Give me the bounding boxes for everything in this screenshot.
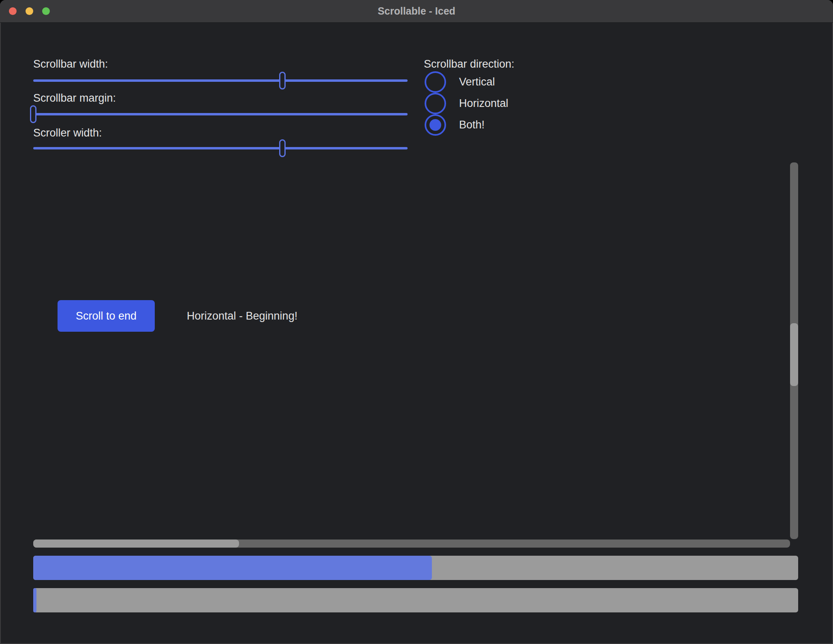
- window-title: Scrollable - Iced: [0, 0, 833, 22]
- radio-vertical[interactable]: Vertical: [425, 71, 495, 93]
- radio-vertical-label: Vertical: [459, 76, 495, 88]
- titlebar: Scrollable - Iced: [0, 0, 833, 23]
- horizontal-progress-bar: [33, 556, 798, 580]
- radio-circle-icon[interactable]: [425, 114, 446, 136]
- slider-rail[interactable]: [33, 113, 408, 115]
- vertical-scrollbar-track[interactable]: [790, 162, 798, 539]
- radio-circle-icon[interactable]: [425, 93, 446, 114]
- scroller-width-slider[interactable]: [33, 139, 408, 157]
- radio-both[interactable]: Both!: [425, 114, 485, 136]
- progress-fill: [33, 556, 432, 580]
- app-window: Scrollable - Iced Scrollbar width: Scrol…: [0, 0, 833, 644]
- slider-handle[interactable]: [30, 105, 36, 123]
- radio-horizontal[interactable]: Horizontal: [425, 93, 508, 114]
- scrollbar-margin-label: Scrollbar margin:: [33, 91, 116, 105]
- scroller-width-label: Scroller width:: [33, 126, 102, 140]
- slider-handle[interactable]: [279, 139, 286, 157]
- scrollbar-margin-slider[interactable]: [33, 105, 408, 123]
- progress-fill: [33, 588, 36, 612]
- scroll-status-text: Horizontal - Beginning!: [187, 301, 297, 331]
- radio-circle-icon[interactable]: [425, 71, 446, 93]
- slider-handle[interactable]: [279, 72, 286, 90]
- scrollbar-direction-label: Scrollbar direction:: [424, 57, 515, 71]
- slider-rail[interactable]: [33, 79, 408, 82]
- scroll-to-end-button[interactable]: Scroll to end: [58, 300, 155, 332]
- vertical-scrollbar-thumb[interactable]: [790, 323, 798, 386]
- horizontal-scrollbar-track[interactable]: [33, 540, 790, 548]
- radio-horizontal-label: Horizontal: [459, 97, 508, 110]
- radio-both-label: Both!: [459, 119, 485, 131]
- radio-dot-icon: [429, 119, 441, 131]
- scrollbar-width-slider[interactable]: [33, 72, 408, 90]
- scrollbar-width-label: Scrollbar width:: [33, 57, 108, 71]
- horizontal-scrollbar-thumb[interactable]: [33, 540, 239, 548]
- vertical-progress-bar: [33, 588, 798, 612]
- slider-rail[interactable]: [33, 147, 408, 149]
